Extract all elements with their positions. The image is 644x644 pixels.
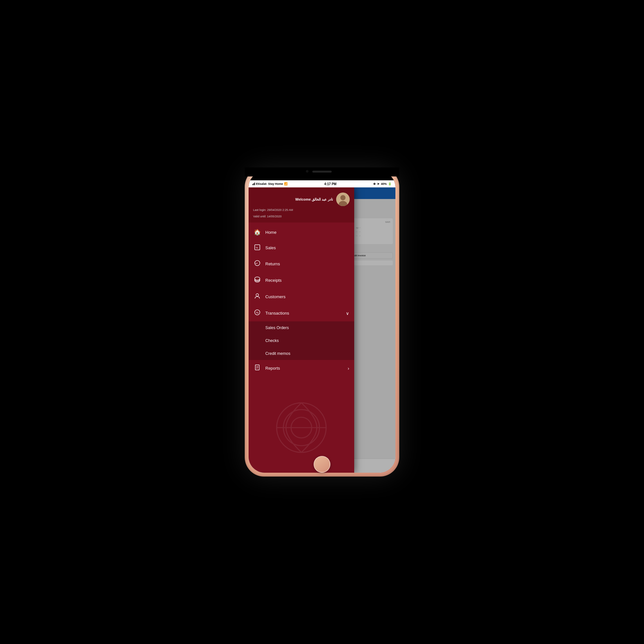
user-profile: Welcome نادر عبد الخالق Last login: 29/0… — [249, 187, 354, 223]
svg-text:%: % — [256, 311, 259, 314]
time-display: 4:17 PM — [324, 182, 336, 186]
status-left: Etisalat- Stay Home 📶 — [252, 182, 288, 185]
signal-bar-1 — [252, 184, 253, 185]
nav-item-returns[interactable]: ↩ Returns — [249, 256, 354, 272]
nav-menu: 🏠 Home % Sales — [249, 223, 354, 473]
transactions-icon: % — [254, 309, 261, 317]
submenu-credit-memos[interactable]: Credit memos — [249, 347, 354, 360]
status-right: ⊕ ➤ 40% 🔋 — [373, 182, 392, 185]
wifi-icon: 📶 — [284, 182, 288, 185]
nav-item-sales[interactable]: % Sales — [249, 240, 354, 256]
reports-arrow: › — [348, 366, 349, 371]
phone-top-bar — [245, 167, 399, 176]
nav-item-reports[interactable]: Reports › — [249, 360, 354, 376]
front-camera — [306, 170, 308, 173]
home-icon: 🏠 — [254, 229, 261, 236]
carrier-label: Etisalat- Stay Home — [256, 182, 283, 185]
sales-icon: % — [254, 244, 261, 251]
returns-icon: ↩ — [254, 260, 261, 268]
receipts-icon — [254, 276, 261, 284]
phone-screen: Etisalat- Stay Home 📶 4:17 PM ⊕ ➤ 40% 🔋 … — [249, 171, 395, 473]
svg-text:%: % — [256, 246, 258, 249]
reports-label: Reports — [265, 366, 343, 371]
user-row: Welcome نادر عبد الخالق — [253, 193, 350, 206]
arrow-icon: ➤ — [377, 182, 380, 185]
valid-until-text: Valid until: 14/05/2020 — [253, 214, 350, 219]
svg-text:↩: ↩ — [255, 262, 258, 265]
transactions-arrow: ∨ — [346, 311, 349, 316]
home-button[interactable] — [314, 456, 330, 473]
screen-content: ☰ 1 MAY 2020 3 — [249, 187, 395, 473]
sales-label: Sales — [265, 245, 349, 250]
returns-label: Returns — [265, 261, 349, 266]
reports-icon — [254, 364, 261, 372]
home-label: Home — [265, 230, 349, 235]
svg-point-20 — [256, 294, 259, 296]
battery-label: 40% — [381, 182, 387, 185]
location-icon: ⊕ — [373, 182, 376, 185]
status-bar: Etisalat- Stay Home 📶 4:17 PM ⊕ ➤ 40% 🔋 — [249, 180, 395, 187]
transactions-label: Transactions — [265, 311, 341, 316]
svg-point-19 — [255, 277, 260, 280]
transactions-submenu: Sales Orders Checks Credit memos — [249, 321, 354, 360]
user-avatar — [336, 193, 350, 206]
signal-bars — [252, 183, 255, 185]
submenu-sales-orders[interactable]: Sales Orders — [249, 321, 354, 334]
customers-icon — [254, 293, 261, 301]
signal-bar-3 — [254, 183, 255, 185]
navigation-drawer: Welcome نادر عبد الخالق Last login: 29/0… — [249, 187, 354, 473]
receipts-label: Receipts — [265, 278, 349, 283]
nav-item-home[interactable]: 🏠 Home — [249, 224, 354, 240]
battery-icon: 🔋 — [388, 182, 392, 185]
signal-bar-2 — [253, 183, 254, 185]
phone-speaker — [312, 171, 332, 173]
last-login-text: Last login: 29/04/2020 2:25 AM — [253, 208, 350, 213]
nav-item-receipts[interactable]: Receipts — [249, 272, 354, 289]
submenu-checks[interactable]: Checks — [249, 334, 354, 347]
nav-item-customers[interactable]: Customers — [249, 289, 354, 305]
phone-frame: Etisalat- Stay Home 📶 4:17 PM ⊕ ➤ 40% 🔋 … — [245, 167, 399, 477]
customers-label: Customers — [265, 294, 349, 299]
svg-point-11 — [340, 195, 346, 200]
nav-item-transactions[interactable]: % Transactions ∨ — [249, 305, 354, 321]
welcome-text: Welcome نادر عبد الخالق — [253, 197, 333, 202]
